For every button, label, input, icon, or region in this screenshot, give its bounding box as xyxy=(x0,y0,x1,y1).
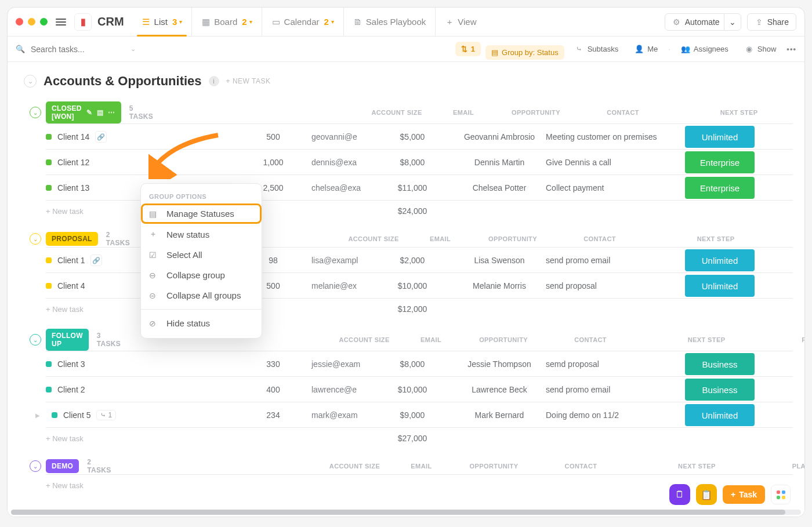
cell-opportunity[interactable]: $10,000 xyxy=(372,385,453,394)
cell-account-size[interactable]: 330 xyxy=(238,359,308,369)
new-task-top[interactable]: + NEW TASK xyxy=(226,77,271,85)
cell-next-step[interactable]: send promo email xyxy=(546,256,685,265)
col-next-step[interactable]: NEXT STEP xyxy=(637,336,776,343)
subtask-count[interactable]: ⤷1 xyxy=(96,410,116,420)
plan-pill[interactable]: Enterprise xyxy=(685,177,755,199)
col-opportunity[interactable]: OPPORTUNITY xyxy=(463,336,544,343)
view-doc[interactable]: 🗎 Sales Playbook xyxy=(344,8,436,36)
col-account-size[interactable]: ACCOUNT SIZE xyxy=(329,336,399,343)
col-email[interactable]: EMAIL xyxy=(408,235,472,242)
col-opportunity[interactable]: OPPORTUNITY xyxy=(453,463,534,470)
table-row[interactable]: Client 3 330 jessie@exam $8,000 Jessie T… xyxy=(46,351,793,377)
options-icon[interactable]: ▤ xyxy=(97,108,103,117)
cell-email[interactable]: lisa@exampl xyxy=(308,256,372,265)
filter-button[interactable]: ⇅ 1 xyxy=(455,42,481,56)
col-email[interactable]: EMAIL xyxy=(399,336,463,343)
cell-opportunity[interactable]: $11,000 xyxy=(372,183,453,192)
collapse-all-icon[interactable]: ⌄ xyxy=(24,75,37,88)
assignees-button[interactable]: 👥 Assignees xyxy=(675,42,734,56)
horizontal-scrollbar[interactable] xyxy=(11,510,801,515)
cell-opportunity[interactable]: $10,000 xyxy=(372,281,453,290)
menu-item-hide-status[interactable]: ⊘Hide status xyxy=(141,313,262,333)
col-account-size[interactable]: ACCOUNT SIZE xyxy=(339,235,408,242)
link-icon[interactable]: 🔗 xyxy=(90,255,102,266)
col-next-step[interactable]: NEXT STEP xyxy=(669,109,804,116)
group-collapse-icon[interactable]: ⌄ xyxy=(30,107,41,118)
cell-email[interactable]: dennis@exa xyxy=(308,158,372,167)
info-icon[interactable]: i xyxy=(209,76,219,86)
cell-next-step[interactable]: send proposal xyxy=(546,281,685,290)
cell-next-step[interactable]: Meeting customer on premises xyxy=(546,132,685,141)
col-email[interactable]: EMAIL xyxy=(389,463,453,470)
cell-contact[interactable]: Chelsea Potter xyxy=(453,183,546,192)
cell-contact[interactable]: Lawrence Beck xyxy=(453,385,546,394)
col-plan[interactable]: PLAN xyxy=(776,336,804,343)
cell-contact[interactable]: Jessie Thompson xyxy=(453,359,546,369)
col-contact[interactable]: CONTACT xyxy=(553,235,646,242)
cell-next-step[interactable]: send promo email xyxy=(546,385,685,394)
status-dot-icon[interactable] xyxy=(46,185,52,191)
group-status-tag[interactable]: DEMO xyxy=(46,459,79,473)
me-button[interactable]: 👤 Me xyxy=(629,42,664,56)
col-opportunity[interactable]: OPPORTUNITY xyxy=(472,235,553,242)
plan-pill[interactable]: Unlimited xyxy=(685,275,755,297)
group-status-tag[interactable]: PROPOSAL xyxy=(46,232,98,246)
cell-next-step[interactable]: Doing demo on 11/2 xyxy=(546,410,685,420)
status-dot-icon[interactable] xyxy=(52,412,57,418)
status-dot-icon[interactable] xyxy=(46,134,52,140)
cell-email[interactable]: chelsea@exa xyxy=(308,183,372,192)
group-collapse-icon[interactable]: ⌄ xyxy=(30,233,41,245)
close-window-icon[interactable] xyxy=(16,18,23,26)
groupby-button[interactable]: ▤ Group by: Status xyxy=(485,45,564,60)
search-input-wrap[interactable]: 🔍 ⌄ xyxy=(16,44,155,54)
col-account-size[interactable]: ACCOUNT SIZE xyxy=(320,463,389,470)
status-dot-icon[interactable] xyxy=(46,283,52,289)
cell-opportunity[interactable]: $9,000 xyxy=(372,410,453,420)
cell-contact[interactable]: Lisa Swenson xyxy=(453,256,546,265)
add-view[interactable]: + View xyxy=(436,8,485,36)
col-next-step[interactable]: NEXT STEP xyxy=(646,235,785,242)
col-contact[interactable]: CONTACT xyxy=(534,463,627,470)
subtasks-button[interactable]: ⤷ Subtasks xyxy=(569,42,624,56)
search-input[interactable] xyxy=(30,44,122,54)
link-icon[interactable]: 🔗 xyxy=(95,131,107,143)
cell-contact[interactable]: Dennis Martin xyxy=(453,158,546,167)
col-account-size[interactable]: ACCOUNT SIZE xyxy=(362,109,432,116)
cell-email[interactable]: geovanni@e xyxy=(308,132,372,141)
group-status-tag[interactable]: CLOSED [WON]✎▤⋯ xyxy=(46,101,121,123)
cell-email[interactable]: lawrence@e xyxy=(308,385,372,394)
col-contact[interactable]: CONTACT xyxy=(544,336,637,343)
automate-button[interactable]: ⚙ Automate xyxy=(665,13,727,31)
expand-icon[interactable]: ▶ xyxy=(35,412,42,419)
table-row[interactable]: ▶ Client 5 ⤷1 234 mark@exam $9,000 Mark … xyxy=(46,402,793,428)
view-calendar[interactable]: ▭ Calendar 2 ▾ xyxy=(262,8,344,36)
menu-icon[interactable] xyxy=(56,19,66,26)
plan-pill[interactable]: Unlimited xyxy=(685,126,755,148)
group-collapse-icon[interactable]: ⌄ xyxy=(30,334,41,346)
new-task-row[interactable]: + New task xyxy=(46,434,238,443)
cell-opportunity[interactable]: $8,000 xyxy=(372,359,453,369)
cell-opportunity[interactable]: $2,000 xyxy=(372,256,453,265)
menu-item-new-status[interactable]: ＋New status xyxy=(141,224,262,245)
cell-contact[interactable]: Geovanni Ambrosio xyxy=(453,132,546,141)
automate-dropdown[interactable]: ⌄ xyxy=(724,13,741,31)
cell-account-size[interactable]: 400 xyxy=(238,385,308,394)
more-icon[interactable]: ••• xyxy=(786,45,796,53)
status-dot-icon[interactable] xyxy=(46,257,52,263)
plan-pill[interactable]: Business xyxy=(685,379,755,401)
show-button[interactable]: ◉ Show xyxy=(739,42,782,56)
col-contact[interactable]: CONTACT xyxy=(577,109,669,116)
view-board[interactable]: ▦ Board 2 ▾ xyxy=(192,8,262,36)
cell-contact[interactable]: Melanie Morris xyxy=(453,281,546,290)
cell-email[interactable]: jessie@exam xyxy=(308,359,372,369)
cell-contact[interactable]: Mark Bernard xyxy=(453,410,546,420)
col-next-step[interactable]: NEXT STEP xyxy=(627,463,766,470)
group-collapse-icon[interactable]: ⌄ xyxy=(30,460,41,472)
cell-account-size[interactable]: 500 xyxy=(238,132,308,141)
new-task-fab[interactable]: + Task xyxy=(723,485,765,504)
cell-opportunity[interactable]: $8,000 xyxy=(372,158,453,167)
more-icon[interactable]: ⋯ xyxy=(108,108,115,117)
menu-item-select-all[interactable]: ☑Select All xyxy=(141,245,262,265)
maximize-window-icon[interactable] xyxy=(40,18,48,26)
clipboard-fab[interactable]: 📋 xyxy=(696,484,717,505)
